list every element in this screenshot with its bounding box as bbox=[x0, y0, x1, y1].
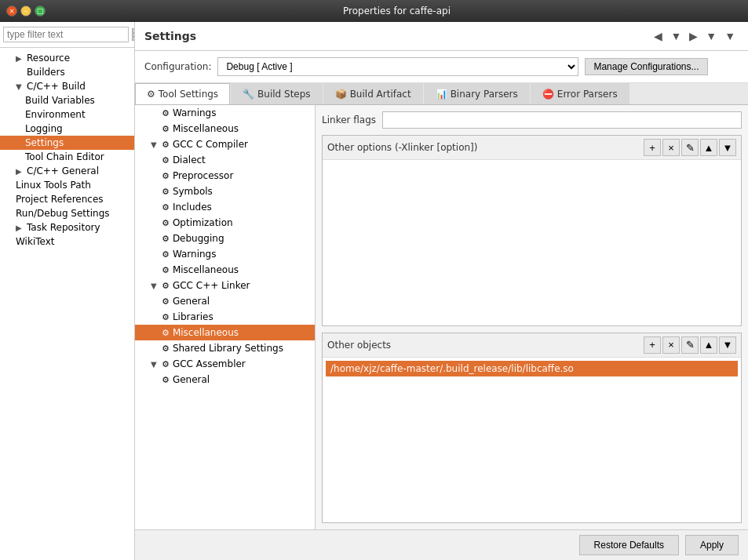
other-objects-add-button[interactable]: + bbox=[644, 336, 661, 354]
tool-icon: ⚙ bbox=[162, 344, 170, 354]
tree-item-label: Libraries bbox=[173, 311, 213, 322]
other-objects-item[interactable]: /home/xjz/caffe-master/.build_release/li… bbox=[326, 361, 738, 376]
tree-item-gcc-cpp-linker[interactable]: ▼ ⚙ GCC C++ Linker bbox=[135, 278, 315, 293]
apply-button[interactable]: Apply bbox=[685, 535, 739, 555]
sidebar-item-wikitext[interactable]: WikiText bbox=[0, 235, 134, 249]
tree-item-label: GCC Assembler bbox=[173, 358, 246, 369]
tree-item-label: Dialect bbox=[173, 155, 206, 165]
sidebar-item-environment[interactable]: Environment bbox=[0, 107, 134, 122]
tab-binary-parsers[interactable]: 📊 Binary Parsers bbox=[424, 83, 530, 104]
tree-item-preprocessor[interactable]: ⚙ Preprocessor bbox=[135, 168, 315, 184]
tab-label: Error Parsers bbox=[557, 89, 618, 100]
tab-error-parsers[interactable]: ⛔ Error Parsers bbox=[531, 83, 629, 104]
sidebar-item-ccpp-general[interactable]: ▶ C/C++ General bbox=[0, 164, 134, 178]
more-button[interactable]: ▼ bbox=[721, 28, 739, 44]
sidebar-item-ccpp-build[interactable]: ▼ C/C++ Build bbox=[0, 79, 134, 93]
binary-parsers-icon: 📊 bbox=[436, 89, 447, 100]
sidebar-item-tool-chain-editor[interactable]: Tool Chain Editor bbox=[0, 150, 134, 164]
error-parsers-icon: ⛔ bbox=[542, 89, 554, 100]
sidebar-item-run-debug-settings[interactable]: Run/Debug Settings bbox=[0, 206, 134, 220]
tree-item-includes[interactable]: ⚙ Includes bbox=[135, 199, 315, 215]
tree-item-libraries[interactable]: ⚙ Libraries bbox=[135, 309, 315, 325]
tab-label: Build Steps bbox=[257, 89, 311, 100]
other-objects-actions: + × ✎ ▲ ▼ bbox=[644, 336, 736, 354]
tree-item-general-asm[interactable]: ⚙ General bbox=[135, 372, 315, 387]
sidebar-item-label: Build Variables bbox=[25, 95, 95, 106]
build-artifact-icon: 📦 bbox=[335, 89, 347, 100]
tree-item-optimization[interactable]: ⚙ Optimization bbox=[135, 215, 315, 231]
tool-icon: ⚙ bbox=[162, 108, 170, 118]
forward-button[interactable]: ▶ bbox=[686, 28, 701, 44]
back-dropdown-button[interactable]: ▼ bbox=[667, 28, 684, 44]
other-objects-down-button[interactable]: ▼ bbox=[719, 336, 736, 354]
tree-item-label: Miscellaneous bbox=[173, 327, 239, 338]
manage-configurations-button[interactable]: Manage Configurations... bbox=[585, 58, 707, 75]
tree-item-warnings[interactable]: ⚙ Warnings bbox=[135, 246, 315, 262]
expand-arrow: ▶ bbox=[16, 224, 24, 232]
tree-item-label: Debugging bbox=[173, 233, 224, 244]
maximize-button[interactable]: □ bbox=[35, 5, 46, 16]
window-controls[interactable]: × – □ bbox=[6, 5, 46, 16]
tree-item-label: Optimization bbox=[173, 217, 233, 228]
tool-icon: ⚙ bbox=[162, 328, 170, 338]
other-options-up-button[interactable]: ▲ bbox=[700, 139, 717, 156]
tree-item-warnings-top[interactable]: ⚙ Warnings bbox=[135, 105, 315, 121]
sidebar-item-linux-tools-path[interactable]: Linux Tools Path bbox=[0, 178, 134, 192]
tabs-bar: ⚙ Tool Settings 🔧 Build Steps 📦 Build Ar… bbox=[135, 83, 748, 105]
sidebar-item-project-references[interactable]: Project References bbox=[0, 192, 134, 206]
tree-item-label: General bbox=[173, 374, 210, 385]
expand-arrow: ▼ bbox=[16, 82, 24, 91]
tree-item-debugging[interactable]: ⚙ Debugging bbox=[135, 231, 315, 246]
other-options-section: Other options (-Xlinker [option]) + × ✎ … bbox=[322, 135, 742, 326]
other-options-down-button[interactable]: ▼ bbox=[719, 139, 736, 156]
tab-tool-settings[interactable]: ⚙ Tool Settings bbox=[135, 83, 230, 104]
other-objects-edit-button[interactable]: ✎ bbox=[681, 336, 699, 354]
sidebar: ✕ ▶ Resource Builders ▼ C/C++ Build Buil… bbox=[0, 22, 135, 560]
close-button[interactable]: × bbox=[6, 5, 17, 16]
tree-item-miscellaneous[interactable]: ⚙ Miscellaneous bbox=[135, 262, 315, 278]
back-button[interactable]: ◀ bbox=[651, 28, 666, 44]
expand-arrow: ▶ bbox=[16, 54, 24, 63]
title-bar: × – □ Properties for caffe-api bbox=[0, 0, 748, 22]
other-options-title: Other options (-Xlinker [option]) bbox=[327, 142, 477, 153]
sidebar-item-build-variables[interactable]: Build Variables bbox=[0, 93, 134, 107]
tree-item-dialect[interactable]: ⚙ Dialect bbox=[135, 152, 315, 168]
tree-item-label: Warnings bbox=[173, 249, 217, 260]
forward-dropdown-button[interactable]: ▼ bbox=[702, 28, 720, 44]
tree-item-general[interactable]: ⚙ General bbox=[135, 293, 315, 309]
tool-settings-icon: ⚙ bbox=[147, 89, 155, 100]
tree-item-misc-top[interactable]: ⚙ Miscellaneous bbox=[135, 121, 315, 136]
sidebar-item-resource[interactable]: ▶ Resource bbox=[0, 51, 134, 65]
linker-flags-input[interactable] bbox=[382, 111, 742, 129]
tab-label: Build Artifact bbox=[350, 89, 411, 100]
other-objects-up-button[interactable]: ▲ bbox=[700, 336, 717, 354]
sidebar-item-task-repository[interactable]: ▶ Task Repository bbox=[0, 220, 134, 235]
other-objects-section: Other objects + × ✎ ▲ ▼ /home/xjz/caffe-… bbox=[322, 333, 742, 524]
tab-build-artifact[interactable]: 📦 Build Artifact bbox=[323, 83, 423, 104]
filter-input[interactable] bbox=[3, 27, 129, 42]
tree-item-label: Preprocessor bbox=[173, 170, 233, 181]
other-objects-delete-button[interactable]: × bbox=[662, 336, 680, 354]
sidebar-item-logging[interactable]: Logging bbox=[0, 122, 134, 136]
sidebar-item-label: Project References bbox=[16, 194, 104, 205]
tab-label: Binary Parsers bbox=[451, 89, 518, 100]
filter-box: ✕ bbox=[0, 22, 134, 48]
tree-item-miscellaneous-active[interactable]: ⚙ Miscellaneous bbox=[135, 325, 315, 340]
config-select[interactable]: Debug [ Active ] bbox=[217, 57, 578, 76]
tree-item-gcc-assembler[interactable]: ▼ ⚙ GCC Assembler bbox=[135, 356, 315, 372]
other-options-edit-button[interactable]: ✎ bbox=[681, 139, 699, 156]
tree-item-gcc-c-compiler[interactable]: ▼ ⚙ GCC C Compiler bbox=[135, 136, 315, 152]
tree-item-symbols[interactable]: ⚙ Symbols bbox=[135, 184, 315, 199]
expand-icon: ▼ bbox=[151, 360, 159, 369]
sidebar-item-label: C/C++ Build bbox=[27, 81, 86, 92]
restore-defaults-button[interactable]: Restore Defaults bbox=[579, 535, 679, 555]
other-objects-content: /home/xjz/caffe-master/.build_release/li… bbox=[323, 358, 741, 523]
other-options-delete-button[interactable]: × bbox=[662, 139, 680, 156]
tree-item-shared-library-settings[interactable]: ⚙ Shared Library Settings bbox=[135, 340, 315, 356]
sidebar-item-settings[interactable]: Settings bbox=[0, 136, 134, 150]
other-options-add-button[interactable]: + bbox=[644, 139, 661, 156]
minimize-button[interactable]: – bbox=[20, 5, 31, 16]
bottom-bar: Restore Defaults Apply bbox=[135, 529, 748, 560]
sidebar-item-builders[interactable]: Builders bbox=[0, 65, 134, 79]
tab-build-steps[interactable]: 🔧 Build Steps bbox=[231, 83, 323, 104]
